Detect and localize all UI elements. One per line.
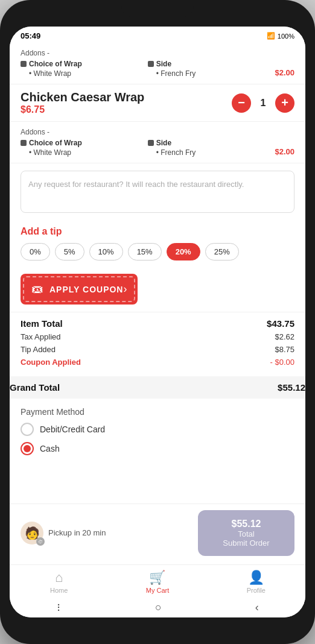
status-icons: 📶 100% bbox=[267, 32, 294, 40]
addon-square-4 bbox=[148, 140, 154, 146]
item-total-row: Item Total $43.75 bbox=[21, 318, 294, 329]
coupon-inner: 🎟 APPLY COUPON bbox=[31, 282, 123, 296]
addon-type-1: Choice of Wrap bbox=[21, 60, 143, 68]
addon-price-1: $2.00 bbox=[275, 60, 294, 77]
pickup-clock-icon: ⏱ bbox=[36, 537, 45, 546]
payment-title: Payment Method bbox=[21, 407, 294, 417]
status-time: 05:49 bbox=[21, 31, 40, 40]
nav-item-cart[interactable]: 🛒 My Cart bbox=[108, 570, 206, 594]
tip-row: Tip Added $8.75 bbox=[21, 345, 294, 354]
tip-options: 0% 5% 10% 15% 20% 25% bbox=[21, 243, 294, 260]
nav-item-profile[interactable]: 👤 Profile bbox=[207, 570, 305, 594]
home-icon: ⌂ bbox=[55, 570, 63, 586]
addons-section-2: Addons - Choice of Wrap • White Wrap Sid… bbox=[10, 122, 305, 163]
item-title: Chicken Caesar Wrap bbox=[21, 90, 144, 104]
addon-col-1b: Side • French Fry bbox=[148, 60, 270, 78]
pickup-submit-row: 🧑 ⏱ Pickup in 20 min $55.12 Total Submit… bbox=[21, 510, 294, 556]
scroll-area: Addons - Choice of Wrap • White Wrap Sid… bbox=[10, 43, 305, 504]
addons-section-1: Addons - Choice of Wrap • White Wrap Sid… bbox=[10, 43, 305, 84]
payment-option-card[interactable]: Debit/Credit Card bbox=[21, 423, 294, 436]
tip-added-label: Tip Added bbox=[21, 345, 56, 354]
addon-value-2: • French Fry bbox=[148, 69, 270, 78]
addon-value-3: • White Wrap bbox=[21, 148, 143, 157]
addons-label-1: Addons - bbox=[21, 49, 294, 57]
qty-control: − 1 + bbox=[232, 93, 294, 113]
coupon-text: APPLY COUPON bbox=[49, 285, 123, 294]
qty-number: 1 bbox=[257, 98, 269, 109]
nav-label-cart: My Cart bbox=[146, 587, 170, 594]
addon-col-2b: Side • French Fry bbox=[148, 139, 270, 157]
payment-option-cash[interactable]: Cash bbox=[21, 442, 294, 455]
item-total-value: $43.75 bbox=[267, 318, 294, 329]
sys-back-icon[interactable]: ‹ bbox=[255, 601, 259, 614]
grand-total-row: Grand Total $55.12 bbox=[10, 376, 305, 399]
system-nav: ⫶ ○ ‹ bbox=[10, 596, 305, 617]
profile-icon: 👤 bbox=[248, 570, 264, 586]
addon-type-2: Side bbox=[148, 60, 270, 68]
cart-icon: 🛒 bbox=[149, 570, 165, 586]
tip-15[interactable]: 15% bbox=[128, 243, 162, 260]
submit-order-button[interactable]: $55.12 Total Submit Order bbox=[198, 510, 294, 556]
pickup-text: Pickup in 20 min bbox=[48, 528, 106, 538]
bottom-bar: 🧑 ⏱ Pickup in 20 min $55.12 Total Submit… bbox=[10, 504, 305, 564]
tip-5[interactable]: 5% bbox=[55, 243, 84, 260]
request-placeholder: Any request for restaurant? It will reac… bbox=[28, 178, 287, 191]
addon-col-1a: Choice of Wrap • White Wrap bbox=[21, 60, 143, 78]
radio-cash-inner bbox=[24, 445, 31, 452]
addon-type-4: Side bbox=[148, 139, 270, 147]
pickup-avatar: 🧑 ⏱ bbox=[21, 522, 43, 545]
item-total-label: Item Total bbox=[21, 318, 63, 329]
payment-label-cash: Cash bbox=[40, 444, 60, 453]
addon-value-1: • White Wrap bbox=[21, 69, 143, 78]
coupon-icon: 🎟 bbox=[31, 282, 43, 296]
addon-square-3 bbox=[21, 140, 27, 146]
item-price: $6.75 bbox=[21, 104, 144, 115]
pickup-info: 🧑 ⏱ Pickup in 20 min bbox=[21, 522, 192, 545]
addon-value-4: • French Fry bbox=[148, 148, 270, 157]
tax-label: Tax Applied bbox=[21, 332, 61, 341]
addon-row-2: Choice of Wrap • White Wrap Side • Frenc… bbox=[21, 139, 294, 157]
addons-label-2: Addons - bbox=[21, 128, 294, 136]
submit-order-label: Submit Order bbox=[223, 538, 269, 548]
addon-col-2a: Choice of Wrap • White Wrap bbox=[21, 139, 143, 157]
sys-home-icon[interactable]: ○ bbox=[155, 601, 162, 614]
sys-menu-icon[interactable]: ⫶ bbox=[56, 601, 62, 614]
payment-section: Payment Method Debit/Credit Card Cash bbox=[10, 399, 305, 467]
tip-section: Add a tip 0% 5% 10% 15% 20% 25% bbox=[10, 220, 305, 267]
radio-cash bbox=[21, 442, 34, 455]
totals-section: Item Total $43.75 Tax Applied $2.62 Tip … bbox=[10, 312, 305, 376]
special-request-box[interactable]: Any request for restaurant? It will reac… bbox=[21, 171, 294, 213]
status-bar: 05:49 📶 100% bbox=[10, 27, 305, 43]
tip-0[interactable]: 0% bbox=[21, 243, 50, 260]
addon-price-2: $2.00 bbox=[275, 139, 294, 156]
nav-label-profile: Profile bbox=[247, 587, 266, 594]
coupon-row: Coupon Applied - $0.00 bbox=[21, 358, 294, 367]
tax-value: $2.62 bbox=[275, 332, 294, 341]
addon-square-1 bbox=[21, 61, 27, 67]
increase-qty-button[interactable]: + bbox=[275, 93, 294, 113]
coupon-arrow-icon: › bbox=[123, 283, 127, 295]
nav-bar: ⌂ Home 🛒 My Cart 👤 Profile bbox=[10, 564, 305, 596]
tip-25[interactable]: 25% bbox=[205, 243, 239, 260]
apply-coupon-button[interactable]: 🎟 APPLY COUPON › bbox=[21, 274, 138, 305]
addon-type-3: Choice of Wrap bbox=[21, 139, 143, 147]
nav-label-home: Home bbox=[50, 587, 68, 594]
tip-20[interactable]: 20% bbox=[167, 243, 200, 260]
tip-10[interactable]: 10% bbox=[89, 243, 123, 260]
battery-icon: 100% bbox=[278, 33, 294, 40]
addon-square-2 bbox=[148, 61, 154, 67]
wifi-icon: 📶 bbox=[267, 32, 275, 40]
grand-total-value: $55.12 bbox=[278, 382, 305, 393]
tip-added-value: $8.75 bbox=[275, 345, 294, 354]
coupon-applied-value: - $0.00 bbox=[270, 358, 294, 367]
decrease-qty-button[interactable]: − bbox=[232, 93, 251, 113]
nav-item-home[interactable]: ⌂ Home bbox=[10, 570, 108, 594]
addon-row-1: Choice of Wrap • White Wrap Side • Frenc… bbox=[21, 60, 294, 78]
payment-label-card: Debit/Credit Card bbox=[40, 425, 105, 434]
radio-card bbox=[21, 423, 34, 436]
coupon-applied-label: Coupon Applied bbox=[21, 358, 81, 367]
grand-total-label: Grand Total bbox=[10, 382, 60, 393]
item-section: Chicken Caesar Wrap $6.75 − 1 + bbox=[10, 84, 305, 122]
tip-label: Add a tip bbox=[21, 226, 294, 237]
submit-total-sub: Total bbox=[238, 529, 254, 538]
